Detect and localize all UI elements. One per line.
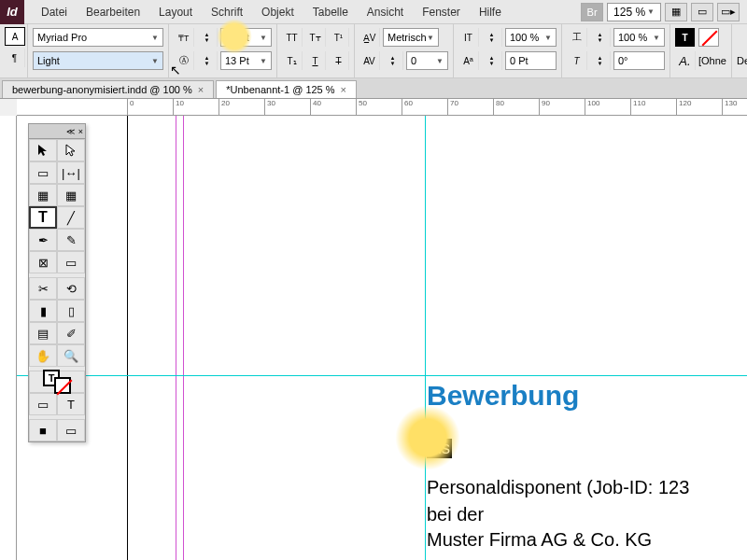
apply-color-button[interactable]: ■ (29, 419, 57, 441)
font-size-stepper[interactable]: ▲▼ (197, 28, 218, 47)
skew-stepper[interactable]: ▲▼ (590, 51, 611, 70)
chevron-down-icon: ▼ (260, 34, 267, 42)
font-family-combo[interactable]: Myriad Pro ▼ (33, 28, 163, 47)
font-style-value: Light (37, 55, 60, 66)
toolbox-header[interactable]: ≪ × (29, 124, 85, 139)
menu-object[interactable]: Objekt (252, 2, 303, 22)
leading-stepper[interactable]: ▲▼ (197, 51, 218, 70)
menu-file[interactable]: Datei (32, 2, 77, 22)
body-text[interactable]: Muster Firma AG & Co. KG (427, 529, 652, 551)
tracking-icon: AV (359, 51, 380, 70)
margin-guide (183, 116, 184, 560)
menu-table[interactable]: Tabelle (303, 2, 358, 22)
bridge-button[interactable]: Br (581, 3, 603, 21)
underline-button[interactable]: T (305, 51, 326, 70)
subscript-button[interactable]: T₁ (282, 51, 303, 70)
direct-selection-tool[interactable] (57, 139, 85, 161)
paragraph-mode-button[interactable]: ¶ (5, 49, 25, 67)
tracking-stepper[interactable]: ▲▼ (383, 51, 403, 70)
gradient-swatch-tool[interactable]: ▮ (29, 300, 57, 322)
gradient-feather-tool[interactable]: ▯ (57, 300, 85, 322)
baseline-stepper[interactable]: ▲▼ (482, 51, 502, 70)
canvas[interactable]: Bewerbung als Personaldisponent (Job-ID:… (17, 116, 747, 560)
leading-combo[interactable]: 13 Pt ▼ (220, 51, 272, 70)
panel-font-section: Myriad Pro ▼ Light ▼ (28, 24, 169, 77)
line-tool[interactable]: ╱ (57, 206, 85, 229)
zoom-tool[interactable]: 🔍 (57, 344, 85, 367)
menu-type[interactable]: Schrift (202, 2, 252, 22)
panel-mode-section: A ¶ (0, 24, 28, 77)
panel-kerning-section: A̲V Metrisch ▼ AV ▲▼ 0 ▼ (355, 24, 454, 77)
screen-mode-button[interactable]: ▭ (57, 419, 85, 441)
hand-tool[interactable]: ✋ (29, 344, 57, 367)
hscale-icon: 工 (567, 28, 587, 47)
scissors-tool[interactable]: ✂ (29, 277, 57, 300)
baseline-icon: Aª (458, 51, 479, 70)
font-size-combo[interactable]: 14 Pt ▼ (220, 28, 272, 47)
hscale-stepper[interactable]: ▲▼ (590, 28, 611, 47)
body-text[interactable]: bei der (427, 504, 484, 525)
free-transform-tool[interactable]: ⟲ (57, 277, 85, 300)
superscript-button[interactable]: T¹ (329, 28, 349, 47)
menu-help[interactable]: Hilfe (470, 2, 511, 22)
chevron-down-icon: ▼ (544, 34, 552, 42)
vertical-ruler[interactable] (0, 116, 17, 560)
smallcaps-button[interactable]: Tᴛ (305, 28, 326, 47)
strikethrough-button[interactable]: T (329, 51, 349, 70)
document-tab[interactable]: *Unbenannt-1 @ 125 % × (216, 80, 357, 98)
headline-text[interactable]: Bewerbung (427, 380, 579, 412)
document-tab[interactable]: bewerbung-anonymisiert.indd @ 100 % × (2, 80, 214, 98)
menu-layout[interactable]: Layout (149, 2, 202, 22)
pencil-tool[interactable]: ✎ (57, 229, 85, 251)
panel-fill-section: T A. [Ohne (670, 24, 732, 77)
arrange-button[interactable]: ▭▸ (717, 3, 740, 21)
close-icon[interactable]: × (78, 127, 83, 136)
menu-view[interactable]: Ansicht (358, 2, 413, 22)
zoom-level[interactable]: 125 % ▼ (607, 3, 661, 21)
note-tool[interactable]: ▤ (29, 322, 57, 344)
skew-combo[interactable]: 0° (613, 51, 665, 70)
hscale-combo[interactable]: 100 % ▼ (613, 28, 665, 47)
tracking-combo[interactable]: 0 ▼ (406, 51, 448, 70)
selection-tool[interactable] (29, 139, 57, 161)
chevron-down-icon: ▼ (653, 34, 660, 42)
vertical-guide[interactable] (425, 116, 426, 560)
font-style-combo[interactable]: Light ▼ (33, 51, 163, 70)
fill-stroke-swap[interactable]: T (29, 371, 85, 393)
character-mode-button[interactable]: A (5, 27, 25, 46)
ruler-tick: 20 (218, 99, 230, 115)
menu-window[interactable]: Fenster (413, 2, 470, 22)
baseline-combo[interactable]: 0 Pt (505, 51, 557, 70)
gap-tool[interactable]: |↔| (57, 161, 85, 184)
kerning-combo[interactable]: Metrisch ▼ (383, 28, 439, 47)
ruler-tick: 60 (402, 99, 413, 115)
rectangle-tool[interactable]: ▭ (57, 251, 85, 273)
margin-guide (176, 116, 176, 560)
menu-edit[interactable]: Bearbeiten (77, 2, 149, 22)
panel-size-section: ₸T ▲▼ 14 Pt ▼ Ⓐ ▲▼ 13 Pt ▼ (169, 24, 277, 77)
close-icon[interactable]: × (341, 84, 346, 95)
page-tool[interactable]: ▭ (29, 161, 57, 184)
content-placer-tool[interactable]: ▦ (57, 184, 85, 206)
document-tabs: bewerbung-anonymisiert.indd @ 100 % × *U… (0, 78, 747, 99)
rectangle-frame-tool[interactable]: ⊠ (29, 251, 57, 273)
fill-none-icon[interactable] (698, 28, 719, 47)
chevron-down-icon: ▼ (647, 7, 655, 16)
screen-mode-button[interactable]: ▭ (691, 3, 713, 21)
horizontal-ruler[interactable]: 0 10 20 30 40 50 60 70 80 90 100 110 120… (17, 99, 747, 116)
formatting-container-button[interactable]: ▭ (29, 393, 57, 415)
collapse-icon[interactable]: ≪ (66, 127, 75, 136)
ruler-tick: 30 (264, 99, 275, 115)
content-collector-tool[interactable]: ▦ (29, 184, 57, 206)
close-icon[interactable]: × (198, 84, 204, 95)
formatting-text-button[interactable]: T (57, 393, 85, 415)
pen-tool[interactable]: ✒ (29, 229, 57, 251)
vscale-stepper[interactable]: ▲▼ (482, 28, 502, 47)
eyedropper-tool[interactable]: ✐ (57, 322, 85, 344)
type-tool[interactable]: T (29, 206, 57, 229)
allcaps-button[interactable]: TT (282, 28, 303, 47)
vscale-combo[interactable]: 100 % ▼ (505, 28, 557, 47)
view-options-button[interactable]: ▦ (665, 3, 687, 21)
body-text[interactable]: Personaldisponent (Job-ID: 123 (427, 477, 689, 498)
ruler-tick: 100 (585, 99, 599, 115)
